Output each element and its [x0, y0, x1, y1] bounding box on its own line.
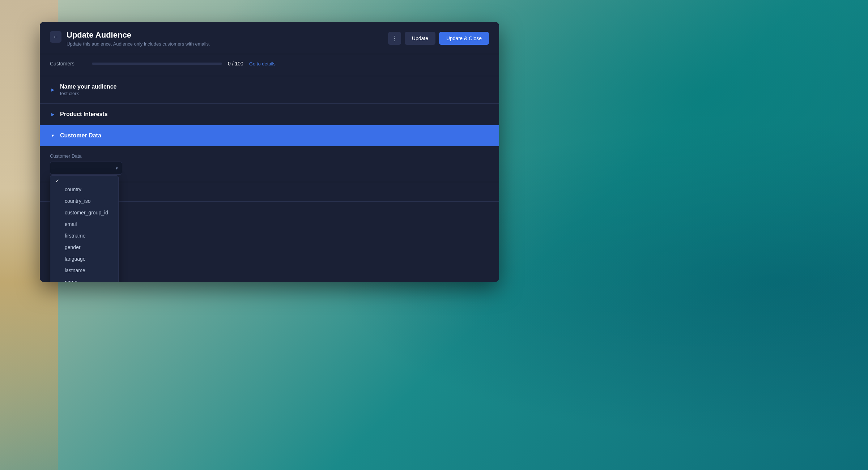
- back-icon: ←: [53, 34, 59, 40]
- customers-count: 0 / 100: [228, 61, 243, 67]
- customer-data-select[interactable]: country country_iso customer_group_id em…: [50, 162, 122, 175]
- dropdown-item-customer-group-id[interactable]: customer_group_id: [50, 207, 118, 218]
- dropdown-item-lastname[interactable]: lastname: [50, 265, 118, 276]
- progress-bar: [92, 63, 222, 65]
- section-name-audience[interactable]: ▶ Name your audience test clerk: [40, 76, 499, 104]
- section-customer-data-content: Customer Data: [60, 132, 101, 139]
- header-left: ← Update Audience Update this audience. …: [50, 30, 210, 47]
- chevron-down-icon: ▼: [50, 133, 56, 138]
- modal-subtitle: Update this audience. Audience only incl…: [67, 41, 210, 47]
- dropdown-item-country-iso[interactable]: country_iso: [50, 195, 118, 207]
- section-customer-data[interactable]: ▼ Customer Data: [40, 125, 499, 146]
- customer-data-content: Customer Data country country_iso custom…: [40, 146, 499, 182]
- back-button[interactable]: ←: [50, 31, 61, 43]
- modal-header: ← Update Audience Update this audience. …: [40, 22, 499, 54]
- dropdown-menu: country country_iso customer_group_id em…: [50, 175, 119, 282]
- section-name-audience-content: Name your audience test clerk: [60, 84, 117, 96]
- chevron-right-icon-2: ▶: [50, 111, 56, 117]
- header-actions: ⋮ Update Update & Close: [388, 32, 489, 45]
- section-product-interests-content: Product Interests: [60, 111, 108, 118]
- dropdown-item-firstname[interactable]: firstname: [50, 230, 118, 242]
- modal-title: Update Audience: [67, 30, 210, 40]
- dropdown-item-gender[interactable]: gender: [50, 242, 118, 253]
- customers-row: Customers 0 / 100 Go to details: [50, 61, 489, 67]
- dropdown-item-blank[interactable]: [50, 178, 118, 184]
- chevron-right-icon: ▶: [50, 87, 56, 93]
- update-close-button[interactable]: Update & Close: [439, 32, 489, 45]
- customer-data-select-wrapper: country country_iso customer_group_id em…: [50, 162, 122, 175]
- section-customer-data-title: Customer Data: [60, 132, 101, 139]
- section-name-audience-title: Name your audience: [60, 84, 117, 90]
- go-to-details-link[interactable]: Go to details: [249, 61, 276, 67]
- customers-section: Customers 0 / 100 Go to details: [40, 54, 499, 76]
- update-button[interactable]: Update: [405, 32, 435, 45]
- dropdown-item-language[interactable]: language: [50, 253, 118, 265]
- section-name-audience-subtitle: test clerk: [60, 91, 117, 96]
- customers-total: 100: [235, 61, 243, 67]
- dropdown-item-country[interactable]: country: [50, 184, 118, 195]
- customers-current: 0: [228, 61, 231, 67]
- more-options-button[interactable]: ⋮: [388, 32, 401, 45]
- section-product-interests[interactable]: ▶ Product Interests: [40, 104, 499, 125]
- customer-data-field-label: Customer Data: [50, 153, 489, 159]
- section-product-interests-title: Product Interests: [60, 111, 108, 118]
- dropdown-item-email[interactable]: email: [50, 218, 118, 230]
- modal: ← Update Audience Update this audience. …: [40, 22, 499, 282]
- more-icon: ⋮: [391, 34, 398, 42]
- customers-label: Customers: [50, 61, 86, 67]
- header-title-block: Update Audience Update this audience. Au…: [67, 30, 210, 47]
- dropdown-item-name[interactable]: name: [50, 276, 118, 282]
